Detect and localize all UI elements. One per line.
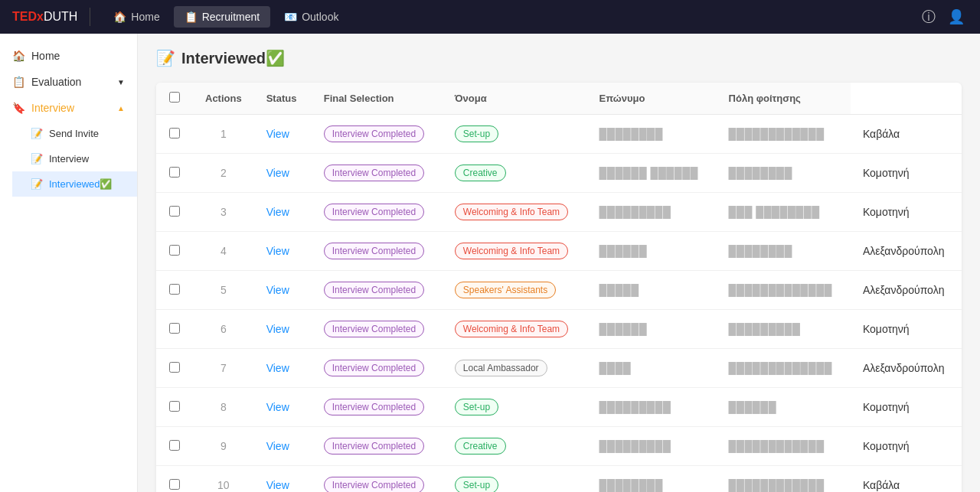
row-checkbox-cell xyxy=(156,193,193,232)
sidebar-group-interview[interactable]: 🔖 Interview ▲ xyxy=(0,95,137,121)
row-checkbox-4[interactable] xyxy=(169,245,180,256)
row-number: 6 xyxy=(193,310,254,349)
row-checkbox-8[interactable] xyxy=(169,401,180,412)
view-link[interactable]: View xyxy=(266,440,289,452)
table-row: 10ViewInterview CompletedSet-up█████████… xyxy=(156,466,962,493)
view-link[interactable]: View xyxy=(266,206,289,218)
topnav-outlook[interactable]: 📧 Outlook xyxy=(273,6,349,28)
table-row: 2ViewInterview CompletedCreative██████ █… xyxy=(156,154,962,193)
status-badge: Interview Completed xyxy=(324,360,424,376)
row-name: ██████ xyxy=(587,310,717,349)
row-name: █████ xyxy=(587,271,717,310)
row-checkbox-1[interactable] xyxy=(169,128,180,138)
row-status: Interview Completed xyxy=(312,154,443,193)
row-checkbox-5[interactable] xyxy=(169,284,180,295)
row-status: Interview Completed xyxy=(312,310,443,349)
sidebar-home-label: Home xyxy=(31,50,60,62)
table-row: 6ViewInterview CompletedWelcoming & Info… xyxy=(156,310,962,349)
interview-group-left: 🔖 Interview xyxy=(12,102,74,114)
row-city: Κομοτηνή xyxy=(851,427,962,466)
row-name: ████ xyxy=(587,349,717,388)
col-checkbox xyxy=(156,83,193,115)
main-content: 📝 Interviewed✅ Actions Status Final Sele… xyxy=(138,34,980,492)
row-action: View xyxy=(254,349,312,388)
row-number: 3 xyxy=(193,193,254,232)
evaluation-chevron: ▼ xyxy=(117,78,125,86)
home-sidebar-icon: 🏠 xyxy=(12,50,25,62)
interview-icon: 📝 xyxy=(31,153,43,165)
row-checkbox-7[interactable] xyxy=(169,362,180,373)
row-city: Κομοτηνή xyxy=(851,388,962,427)
page-title-icon: 📝 xyxy=(156,49,175,67)
view-link[interactable]: View xyxy=(266,401,289,413)
row-surname: ██████ xyxy=(717,388,851,427)
view-link[interactable]: View xyxy=(266,284,289,296)
status-badge: Interview Completed xyxy=(324,243,424,259)
status-badge: Interview Completed xyxy=(324,321,424,337)
selection-badge: Creative xyxy=(455,438,506,455)
status-badge: Interview Completed xyxy=(324,204,424,220)
topnav-home[interactable]: 🏠 Home xyxy=(103,6,170,28)
row-number: 1 xyxy=(193,115,254,154)
status-badge: Interview Completed xyxy=(324,438,424,455)
row-name: ██████ ██████ xyxy=(587,154,717,193)
interview-chevron: ▲ xyxy=(117,104,125,112)
table-row: 3ViewInterview CompletedWelcoming & Info… xyxy=(156,193,962,232)
row-checkbox-cell xyxy=(156,310,193,349)
sidebar-item-interviewed[interactable]: 📝 Interviewed✅ xyxy=(12,171,137,197)
table-row: 8ViewInterview CompletedSet-up██████████… xyxy=(156,388,962,427)
selection-badge: Local Ambassador xyxy=(455,360,547,376)
send-invite-icon: 📝 xyxy=(31,128,43,139)
topnav-outlook-label: Outlook xyxy=(302,11,338,23)
view-link[interactable]: View xyxy=(266,167,289,179)
topnav-home-label: Home xyxy=(131,11,159,23)
row-action: View xyxy=(254,232,312,271)
row-action: View xyxy=(254,193,312,232)
row-surname: █████████████ xyxy=(717,271,851,310)
selection-badge: Set-up xyxy=(455,399,498,415)
row-checkbox-6[interactable] xyxy=(169,323,180,334)
outlook-icon: 📧 xyxy=(284,11,297,23)
sidebar-group-evaluation[interactable]: 📋 Evaluation ▼ xyxy=(0,69,137,95)
view-link[interactable]: View xyxy=(266,323,289,335)
row-checkbox-cell xyxy=(156,349,193,388)
logo: TEDx DUTH xyxy=(12,10,77,24)
row-city: Αλεξανδρούπολη xyxy=(851,349,962,388)
table-card: Actions Status Final Selection Όνομα Επώ… xyxy=(156,83,962,492)
row-selection: Set-up xyxy=(443,466,587,493)
help-icon[interactable]: ⓘ xyxy=(919,5,939,29)
sidebar-send-invite-label: Send Invite xyxy=(49,128,99,139)
row-status: Interview Completed xyxy=(312,193,443,232)
table-body: 1ViewInterview CompletedSet-up██████████… xyxy=(156,115,962,493)
col-selection: Final Selection xyxy=(312,83,443,115)
selection-badge: Set-up xyxy=(455,477,498,492)
sidebar-item-interview[interactable]: 📝 Interview xyxy=(12,146,137,171)
row-checkbox-3[interactable] xyxy=(169,206,180,217)
topnav-recruitment[interactable]: 📋 Recruitment xyxy=(174,6,270,28)
user-icon[interactable]: 👤 xyxy=(945,5,968,28)
row-checkbox-2[interactable] xyxy=(169,167,180,178)
row-selection: Welcoming & Info Team xyxy=(443,310,587,349)
row-action: View xyxy=(254,310,312,349)
layout: 🏠 Home 📋 Evaluation ▼ 🔖 Interview ▲ 📝 Se… xyxy=(0,34,980,492)
col-status: Status xyxy=(254,83,312,115)
status-badge: Interview Completed xyxy=(324,282,424,298)
col-name: Όνομα xyxy=(443,83,587,115)
page-title-text: Interviewed✅ xyxy=(181,49,285,67)
row-selection: Creative xyxy=(443,427,587,466)
page-title: 📝 Interviewed✅ xyxy=(156,49,962,67)
sidebar-item-send-invite[interactable]: 📝 Send Invite xyxy=(12,121,137,146)
view-link[interactable]: View xyxy=(266,362,289,374)
logo-duth: DUTH xyxy=(44,10,77,24)
sidebar-item-home[interactable]: 🏠 Home xyxy=(0,43,137,69)
row-number: 7 xyxy=(193,349,254,388)
view-link[interactable]: View xyxy=(266,479,289,491)
row-selection: Local Ambassador xyxy=(443,349,587,388)
row-checkbox-9[interactable] xyxy=(169,440,180,451)
topnav-recruitment-label: Recruitment xyxy=(202,11,260,23)
select-all-checkbox[interactable] xyxy=(169,92,180,103)
row-checkbox-10[interactable] xyxy=(169,479,180,490)
view-link[interactable]: View xyxy=(266,245,289,257)
row-checkbox-cell xyxy=(156,427,193,466)
view-link[interactable]: View xyxy=(266,128,289,140)
